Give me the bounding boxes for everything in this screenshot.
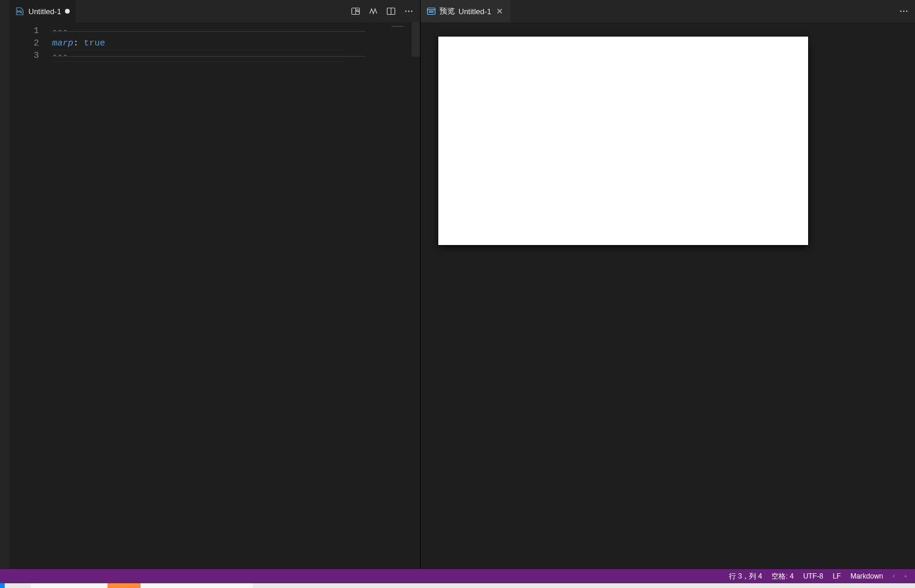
svg-point-16 (893, 576, 894, 577)
svg-point-6 (405, 11, 406, 12)
svg-point-7 (408, 11, 409, 12)
line-number-gutter: 1 2 3 (9, 22, 52, 569)
status-bar: 行 3，列 4 空格: 4 UTF-8 LF Markdown (0, 569, 915, 583)
code-editor[interactable]: 1 2 3 --- marp: true --- (9, 22, 420, 569)
status-cursor-position[interactable]: 行 3，列 4 (725, 569, 766, 583)
os-taskbar[interactable] (0, 583, 915, 588)
line-number: 3 (9, 50, 52, 62)
marp-slide (438, 37, 808, 245)
notifications-bell-icon[interactable] (901, 571, 910, 581)
tab-title: Untitled-1 (28, 7, 61, 16)
status-language-mode[interactable]: Markdown (847, 569, 887, 583)
feedback-icon[interactable] (889, 571, 898, 581)
markdown-file-icon (15, 6, 25, 16)
open-preview-side-icon[interactable] (350, 6, 361, 17)
svg-point-8 (411, 11, 412, 12)
svg-line-3 (358, 11, 359, 12)
status-encoding[interactable]: UTF-8 (800, 569, 827, 583)
code-token-key: marp (52, 38, 73, 48)
line-number: 1 (9, 25, 52, 37)
tab-preview[interactable]: 预览 Untitled-1 ✕ (421, 0, 511, 22)
markdown-preview[interactable] (421, 22, 915, 569)
split-editor-icon[interactable] (386, 6, 396, 17)
status-eol[interactable]: LF (829, 569, 845, 583)
editor-actions-left (344, 0, 420, 22)
close-icon[interactable]: ✕ (495, 6, 504, 16)
svg-point-13 (900, 11, 901, 12)
minimap[interactable] (385, 22, 420, 569)
editor-group-left: Untitled-1 (9, 0, 420, 569)
activity-bar[interactable] (0, 0, 9, 569)
line-number: 2 (9, 37, 52, 50)
tab-bar-left: Untitled-1 (9, 0, 420, 22)
marp-icon[interactable] (368, 6, 379, 17)
preview-icon (426, 6, 436, 16)
scrollbar-thumb[interactable] (412, 22, 420, 57)
tab-preview-title: Untitled-1 (458, 7, 491, 16)
code-token-value: true (84, 38, 105, 48)
more-actions-icon[interactable] (898, 6, 909, 17)
status-indentation[interactable]: 空格: 4 (768, 569, 797, 583)
tab-untitled-1[interactable]: Untitled-1 (9, 0, 76, 22)
code-content[interactable]: --- marp: true --- (52, 22, 385, 569)
tab-preview-prefix: 预览 (439, 6, 455, 17)
more-actions-icon[interactable] (403, 6, 414, 17)
dirty-indicator-icon (65, 9, 70, 14)
svg-point-15 (906, 11, 907, 12)
editor-actions-right (893, 0, 915, 22)
tab-bar-right: 预览 Untitled-1 ✕ (421, 0, 915, 22)
editor-group-right: 预览 Untitled-1 ✕ (421, 0, 915, 569)
svg-point-14 (903, 11, 904, 12)
